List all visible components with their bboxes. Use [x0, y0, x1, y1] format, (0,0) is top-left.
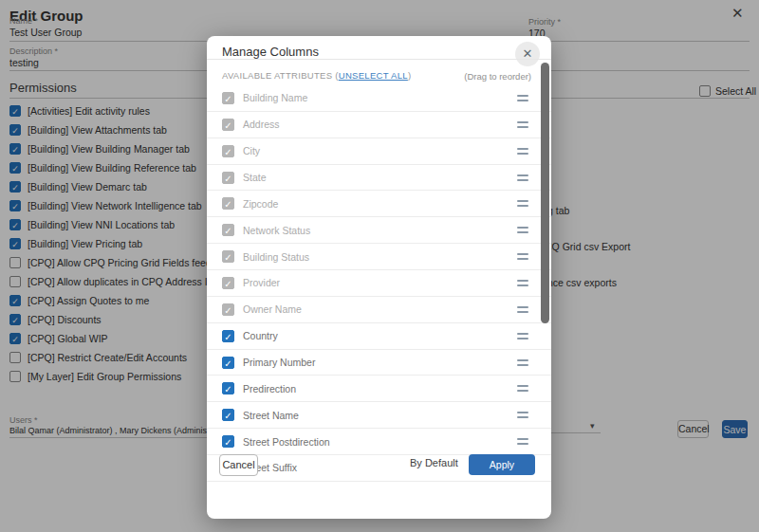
attribute-label: Street Postdirection [243, 436, 330, 448]
modal-title: Manage Columns [222, 45, 319, 59]
drag-handle-icon[interactable] [517, 412, 528, 418]
attribute-row: Provider [207, 270, 551, 297]
attribute-label: Country [243, 330, 278, 341]
attribute-row: Address [207, 112, 551, 138]
attribute-row: State [207, 165, 551, 192]
drag-handle-icon[interactable] [517, 174, 528, 181]
attribute-checkbox[interactable] [222, 250, 234, 263]
attribute-label: Provider [243, 277, 280, 288]
attribute-checkbox[interactable] [222, 277, 234, 289]
attribute-label: Address [243, 119, 280, 130]
unselect-all-link[interactable]: UNSELECT ALL [339, 70, 408, 81]
attribute-label: Network Status [243, 225, 310, 236]
drag-handle-icon[interactable] [517, 200, 528, 207]
attribute-row: Primary Number [207, 350, 551, 376]
attribute-label: Owner Name [243, 303, 302, 315]
available-attributes-text: AVAILABLE ATTRIBUTES ( [222, 70, 339, 81]
attributes-list: Building Name Address City State Zipcode… [207, 85, 551, 482]
attribute-checkbox[interactable] [222, 92, 234, 104]
attribute-row: City [207, 138, 551, 165]
attribute-row: Building Name [207, 85, 551, 112]
by-default-button[interactable]: By Default [410, 457, 458, 468]
apply-changes-button[interactable]: Apply Changes [469, 454, 535, 475]
available-attributes-suffix: ) [408, 70, 411, 81]
attribute-row: Street Postdirection [207, 429, 551, 455]
drag-handle-icon[interactable] [517, 306, 528, 313]
attribute-checkbox[interactable] [222, 382, 234, 394]
attribute-row: Building Status [207, 244, 551, 270]
drag-handle-icon[interactable] [517, 95, 528, 101]
drag-handle-icon[interactable] [517, 385, 528, 392]
drag-handle-icon[interactable] [517, 148, 528, 155]
drag-handle-icon[interactable] [517, 359, 528, 366]
attribute-checkbox[interactable] [222, 409, 234, 421]
attribute-row: Owner Name [207, 297, 551, 323]
drag-handle-icon[interactable] [517, 227, 528, 233]
attribute-label: State [243, 172, 267, 183]
attribute-label: Zipcode [243, 198, 278, 210]
attribute-checkbox[interactable] [222, 172, 234, 184]
attribute-row: Zipcode [207, 191, 551, 217]
drag-handle-icon[interactable] [517, 280, 528, 286]
attribute-checkbox[interactable] [222, 435, 234, 448]
attribute-label: Building Status [243, 251, 309, 263]
attribute-label: Predirection [243, 383, 296, 394]
drag-handle-icon[interactable] [517, 438, 528, 445]
attribute-label: City [243, 145, 260, 156]
drag-handle-icon[interactable] [517, 253, 528, 260]
attribute-row: Street Name [207, 402, 551, 429]
modal-close-icon[interactable]: ✕ [515, 42, 540, 66]
modal-cancel-button[interactable]: Cancel [219, 454, 258, 476]
attribute-checkbox[interactable] [222, 145, 234, 157]
drag-handle-icon[interactable] [517, 333, 528, 339]
drag-to-reorder-hint: (Drag to reorder) [464, 71, 531, 82]
attribute-checkbox[interactable] [222, 303, 234, 316]
available-attributes-label: AVAILABLE ATTRIBUTES (UNSELECT ALL) [222, 70, 411, 81]
attribute-checkbox[interactable] [222, 119, 234, 131]
drag-handle-icon[interactable] [517, 121, 528, 128]
attribute-checkbox[interactable] [222, 197, 234, 210]
modal-footer: Cancel By Default Apply Changes [207, 482, 551, 519]
attribute-label: Street Name [243, 410, 299, 421]
attribute-checkbox[interactable] [222, 224, 234, 236]
modal-scrollbar-thumb[interactable] [541, 63, 549, 323]
attribute-checkbox[interactable] [222, 330, 234, 342]
attribute-row: Network Status [207, 217, 551, 244]
attribute-checkbox[interactable] [222, 357, 234, 369]
attribute-row: Country [207, 323, 551, 350]
modal-header-divider [207, 59, 551, 60]
attribute-label: Primary Number [243, 357, 315, 368]
attribute-label: Building Name [243, 92, 307, 103]
manage-columns-modal: Manage Columns ✕ AVAILABLE ATTRIBUTES (U… [207, 36, 551, 519]
attribute-row: Predirection [207, 376, 551, 402]
